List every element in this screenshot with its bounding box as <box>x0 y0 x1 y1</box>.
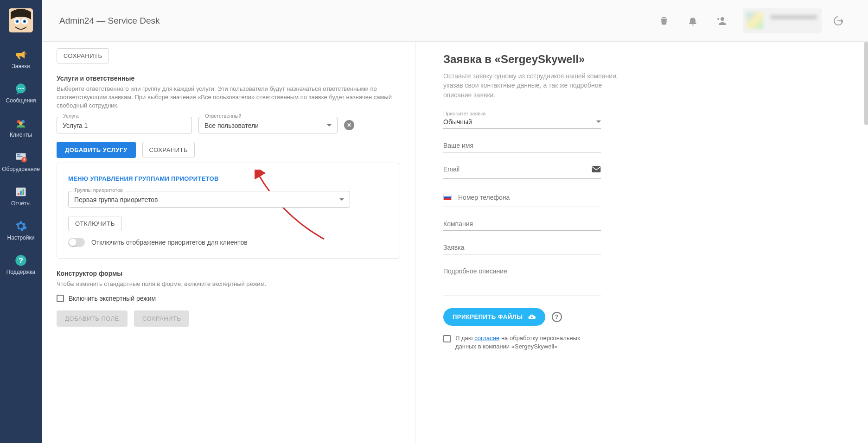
priority-group-select[interactable]: Первая группа приоритетов <box>68 191 350 208</box>
logout-button[interactable] <box>826 9 850 33</box>
svg-point-8 <box>18 88 19 89</box>
help-icon: ? <box>14 254 27 267</box>
chevron-down-icon <box>327 124 332 127</box>
name-input[interactable] <box>443 139 601 152</box>
svg-rect-19 <box>18 193 19 195</box>
notifications-button[interactable] <box>681 9 705 33</box>
svg-rect-21 <box>23 189 25 195</box>
svg-point-5 <box>17 21 18 22</box>
flag-icon[interactable] <box>443 195 452 200</box>
logo-avatar <box>9 8 33 32</box>
remove-service-button[interactable]: ✕ <box>344 120 354 130</box>
topbar: Admin24 — Service Desk <box>42 0 868 42</box>
sidebar-item-messages[interactable]: Сообщения <box>0 76 42 110</box>
svg-point-10 <box>22 88 24 89</box>
priority-menu-link[interactable]: МЕНЮ УПРАВЛЕНИЯ ГРУППАМИ ПРИОРИТЕТОВ <box>68 175 219 182</box>
consent-checkbox[interactable] <box>443 335 451 342</box>
phone-input[interactable] <box>458 191 601 204</box>
people-icon <box>14 117 27 130</box>
svg-rect-16 <box>17 156 23 157</box>
form-title: Заявка в «SergeySkywell» <box>443 53 840 66</box>
svg-text:?: ? <box>19 256 23 265</box>
settings-pane: СОХРАНИТЬ Услуги и ответственные Выберит… <box>42 42 415 443</box>
expert-mode-label: Включить экспертный режим <box>69 295 156 302</box>
add-field-button: ДОБАВИТЬ ПОЛЕ <box>57 310 128 327</box>
priority-card: МЕНЮ УПРАВЛЕНИЯ ГРУППАМИ ПРИОРИТЕТОВ Гру… <box>57 163 400 259</box>
save-button-2[interactable]: СОХРАНИТЬ <box>142 142 195 158</box>
chat-icon <box>14 82 27 95</box>
attach-files-button[interactable]: ПРИКРЕПИТЬ ФАЙЛЫ <box>443 308 545 326</box>
consent-row: Я даю согласие на обработку персональных… <box>443 334 601 351</box>
add-user-button[interactable] <box>709 9 734 33</box>
request-input[interactable] <box>443 241 601 254</box>
annotation-arrow <box>255 170 338 248</box>
hide-priorities-toggle[interactable] <box>68 238 85 247</box>
sidebar-item-clients[interactable]: Клиенты <box>0 110 42 145</box>
megaphone-icon <box>14 48 27 61</box>
svg-point-9 <box>20 88 22 89</box>
priority-select[interactable]: Обычный <box>443 117 601 129</box>
equipment-icon <box>14 151 27 164</box>
expert-mode-checkbox[interactable] <box>57 295 64 302</box>
builder-title: Конструктор формы <box>57 270 400 277</box>
builder-desc: Чтобы изменить стандартные поля в форме,… <box>57 280 400 288</box>
consent-link[interactable]: согласие <box>474 335 499 342</box>
save-button-top[interactable]: СОХРАНИТЬ <box>57 48 109 63</box>
services-title: Услуги и ответственные <box>57 75 400 82</box>
svg-rect-15 <box>17 154 20 155</box>
gear-icon <box>14 220 27 233</box>
save-button-3: СОХРАНИТЬ <box>134 310 189 327</box>
svg-point-24 <box>721 17 724 21</box>
sidebar-item-reports[interactable]: Отчёты <box>0 179 42 213</box>
scrollbar-thumb[interactable] <box>864 42 868 125</box>
sidebar-item-equipment[interactable]: Оборудование <box>0 145 42 179</box>
user-chip[interactable] <box>743 8 822 33</box>
company-input[interactable] <box>443 217 601 231</box>
svg-point-6 <box>24 21 26 22</box>
form-preview: Заявка в «SergeySkywell» Оставьте заявку… <box>415 42 868 443</box>
services-desc: Выберите ответственного или группу для к… <box>57 85 400 110</box>
sidebar-item-tickets[interactable]: Заявки <box>0 42 42 76</box>
disable-button[interactable]: ОТКЛЮЧИТЬ <box>68 216 122 231</box>
reports-icon <box>14 185 27 198</box>
svg-point-13 <box>19 121 22 125</box>
sidebar: Заявки Сообщения Клиенты Оборудование От… <box>0 0 42 443</box>
sidebar-item-settings[interactable]: Настройки <box>0 213 42 247</box>
toggle-label: Отключить отображение приоритетов для кл… <box>91 239 248 246</box>
envelope-icon <box>592 166 601 172</box>
priority-label: Приоритет заявки <box>443 111 840 116</box>
chevron-down-icon <box>596 120 601 123</box>
trash-button[interactable] <box>652 9 676 33</box>
responsible-label: Ответственный <box>203 113 243 119</box>
responsible-select[interactable]: Все пользователи <box>198 117 338 133</box>
phone-input-group <box>443 189 601 207</box>
svg-rect-20 <box>20 191 22 195</box>
form-subtitle: Оставьте заявку одному из сотрудников на… <box>443 71 619 100</box>
service-input[interactable]: Услуга 1 <box>57 117 192 133</box>
email-input[interactable] <box>443 163 582 176</box>
cloud-upload-icon <box>528 313 536 321</box>
service-label: Услуга <box>61 113 81 119</box>
svg-rect-25 <box>592 166 601 172</box>
sidebar-item-support[interactable]: ? Поддержка <box>0 247 42 282</box>
details-textarea[interactable] <box>443 265 601 296</box>
chevron-down-icon <box>339 198 344 201</box>
priority-group-label: Группы приоритетов <box>73 187 125 193</box>
attach-help-button[interactable]: ? <box>552 312 562 322</box>
app-title: Admin24 — Service Desk <box>59 16 160 26</box>
add-service-button[interactable]: ДОБАВИТЬ УСЛУГУ <box>57 142 136 158</box>
